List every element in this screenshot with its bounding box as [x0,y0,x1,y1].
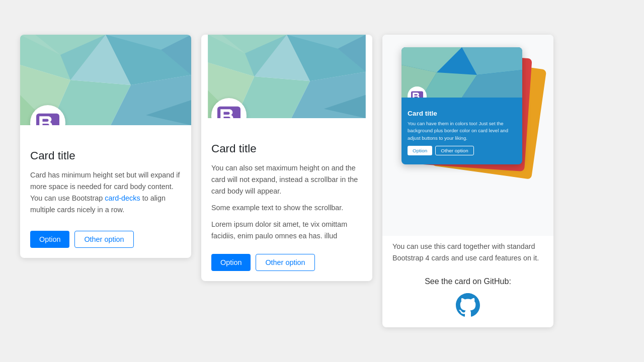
card-2-text2: Some example text to show the scrollbar. [211,202,362,214]
mini-card-header [401,47,522,98]
mini-card-body: Card title You can have them in colors t… [401,98,522,164]
card-2-other-option-button[interactable]: Other option [256,254,314,271]
card-2-buttons: Option Other option [201,249,372,281]
mini-other-option-button[interactable]: Other option [435,146,474,155]
mini-card-title: Card title [408,110,516,117]
card-1-option-button[interactable]: Option [30,231,69,248]
card-1-text: Card has minimum height set but will exp… [30,169,181,216]
card-3-showcase: Card title You can have them in colors t… [382,35,553,236]
card-3: Card title You can have them in colors t… [382,35,553,327]
github-icon[interactable] [456,293,480,317]
github-link-container[interactable] [382,288,553,327]
card-1-image [20,35,191,125]
mini-option-button[interactable]: Option [408,146,432,155]
card-2-body[interactable]: Card title You can also set maximum heig… [201,118,372,249]
card-2-option-button[interactable]: Option [211,254,251,271]
mini-card-buttons: Option Other option [408,146,516,161]
card-decks-link[interactable]: card-decks [105,194,140,202]
svg-marker-27 [462,47,522,75]
card-2-text3: Lorem ipsum dolor sit amet, te vix omitt… [211,219,362,242]
card-3-description: You can use this card together with stan… [382,236,553,272]
cards-container: Card title Card has minimum height set b… [20,35,624,327]
github-label: See the card on GitHub: [382,272,553,288]
card-1-title: Card title [30,149,181,162]
card-1: Card title Card has minimum height set b… [20,35,191,258]
card-3-text: You can use this card together with stan… [392,241,543,264]
card-2-title: Card title [211,142,362,155]
card-2-text1: You can also set maximum height on and t… [211,162,362,197]
card-1-body: Card title Card has minimum height set b… [20,125,191,258]
showcase-card-blue: Card title You can have them in colors t… [401,47,522,164]
mini-card-text: You can have them in colors too! Just se… [408,120,516,142]
card-1-other-option-button[interactable]: Other option [74,231,133,248]
card-2: Card title You can also set maximum heig… [201,35,372,281]
card-2-image [201,35,372,118]
card-1-buttons: Option Other option [30,221,181,248]
